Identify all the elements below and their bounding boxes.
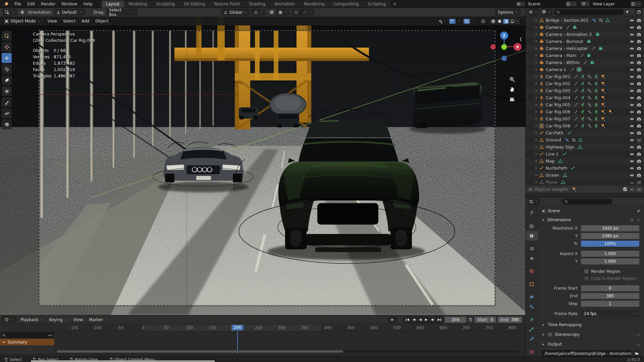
hide-viewport-toggle[interactable]	[630, 32, 634, 37]
outliner-item-camera-animation-3[interactable]: Camera - Animation 3	[526, 31, 644, 38]
show-object-types-dropdown[interactable]	[437, 19, 448, 24]
properties-tab-world[interactable]	[526, 266, 538, 276]
gizmo-z-axis[interactable]: Z	[500, 32, 508, 40]
outliner-item-label[interactable]: Camera-1	[546, 67, 567, 72]
properties-tab-render[interactable]	[526, 221, 538, 231]
disable-render-toggle[interactable]	[637, 131, 641, 135]
expand-icon[interactable]	[534, 89, 538, 93]
disable-render-toggle[interactable]	[637, 117, 641, 121]
stereoscopy-section[interactable]: Stereoscopy	[538, 329, 644, 339]
menu-edit[interactable]: Edit	[24, 0, 38, 8]
summary-channel[interactable]: Summary	[0, 339, 54, 345]
outliner-item-car-rig-008[interactable]: Car Rig.0085	[526, 122, 644, 129]
disable-render-toggle[interactable]	[637, 88, 641, 93]
gizmo-x-axis[interactable]: X	[514, 43, 522, 51]
outliner-item-label[interactable]: Car-Path	[546, 130, 564, 135]
hide-viewport-toggle[interactable]	[630, 131, 634, 135]
new-collection-button[interactable]	[635, 9, 642, 15]
disable-render-toggle[interactable]	[637, 187, 641, 192]
outliner-item-label[interactable]: Car Rig.001	[546, 74, 570, 79]
drag-dropdown[interactable]: Select Box	[107, 9, 138, 15]
disable-render-toggle[interactable]	[637, 96, 641, 100]
view-layer-remove-button[interactable]	[636, 1, 642, 7]
viewport-menu-object[interactable]: Object	[92, 19, 111, 23]
crop-region-checkbox[interactable]	[584, 276, 589, 281]
disable-render-toggle[interactable]	[637, 32, 641, 37]
timeline-horizontal-scrollbar[interactable]	[31, 360, 215, 362]
shading-material-button[interactable]	[503, 19, 509, 24]
view-layer-icon[interactable]	[580, 1, 590, 7]
outliner-item-label[interactable]: Camera - Animation 3	[546, 32, 592, 37]
frame-start-field[interactable]: 0	[581, 285, 639, 291]
outliner-item-label[interactable]: Line-1	[546, 152, 559, 157]
jump-to-start-button[interactable]	[404, 317, 411, 323]
scene-name[interactable]: Scene	[525, 2, 566, 6]
frame-start-field[interactable]: Start0	[475, 317, 496, 323]
move-tool[interactable]	[2, 53, 12, 63]
properties-tab-object[interactable]	[526, 279, 538, 289]
proportional-edit-toggle[interactable]	[292, 9, 301, 15]
jump-to-end-button[interactable]	[436, 317, 442, 323]
timeline-channels-area[interactable]: Summary	[0, 331, 525, 354]
tab-layout[interactable]: Layout	[102, 1, 124, 8]
expand-icon[interactable]	[534, 180, 538, 184]
measure-tool[interactable]	[2, 108, 12, 118]
blender-logo-icon[interactable]	[0, 0, 11, 8]
disable-render-toggle[interactable]	[637, 152, 641, 157]
outliner-item-label[interactable]: Rigacar widgets	[535, 187, 568, 192]
disable-render-toggle[interactable]	[637, 81, 641, 86]
hide-viewport-toggle[interactable]	[630, 124, 634, 128]
outliner-filter-icon[interactable]	[625, 10, 629, 14]
outliner-item-label[interactable]: Camera - Burnout	[546, 39, 583, 44]
viewport-menu-add[interactable]: Add	[78, 19, 92, 23]
properties-tab-object-data[interactable]	[526, 315, 538, 324]
expand-icon[interactable]	[534, 117, 538, 121]
properties-tab-physics[interactable]	[526, 292, 538, 302]
scale-tool[interactable]	[2, 75, 12, 85]
outliner-item-ground[interactable]: Ground	[526, 136, 644, 143]
frame-step-field[interactable]: 1	[581, 301, 639, 307]
aspect-y-field[interactable]: 1.000	[581, 258, 639, 264]
expand-icon[interactable]	[534, 173, 538, 177]
outliner-item-label[interactable]: Car Rig.002	[546, 81, 570, 86]
hide-viewport-toggle[interactable]	[630, 81, 634, 86]
expand-icon[interactable]	[534, 145, 538, 149]
frame-end-field[interactable]: 385	[581, 293, 639, 299]
timeline-search[interactable]	[1, 332, 54, 338]
disable-render-toggle[interactable]	[637, 53, 641, 58]
outliner-item-label[interactable]: Highway Sign	[546, 144, 574, 149]
gizmos-toggle[interactable]	[449, 19, 455, 24]
disable-render-toggle[interactable]	[637, 138, 641, 142]
outliner-item-car-rig-005[interactable]: Car Rig.0055	[526, 101, 644, 108]
outliner-item-label[interactable]: NurbsPath	[546, 166, 567, 171]
outliner-item-camera-1[interactable]: Camera-1	[526, 66, 644, 73]
hide-viewport-toggle[interactable]	[630, 110, 634, 114]
menu-render[interactable]: Render	[38, 0, 58, 8]
expand-icon[interactable]	[534, 40, 538, 43]
timeline-menu-keying[interactable]: Keying	[46, 317, 70, 322]
outliner-item-label[interactable]: Car Rig.006	[546, 109, 570, 114]
resolution-percent-slider[interactable]: 100%	[581, 241, 639, 247]
auto-keying-toggle[interactable]	[388, 316, 396, 323]
properties-tab-output[interactable]	[526, 231, 538, 241]
render-region-checkbox[interactable]	[584, 269, 589, 274]
disable-render-toggle[interactable]	[637, 145, 641, 149]
snap-toggle[interactable]	[267, 9, 276, 15]
tab-modeling[interactable]: Modeling	[124, 1, 152, 8]
pan-tool-icon[interactable]	[509, 86, 515, 92]
scene-icon[interactable]	[516, 1, 525, 7]
zoom-tool-icon[interactable]	[509, 76, 515, 82]
transform-tool[interactable]	[2, 86, 12, 96]
pin-icon[interactable]	[636, 209, 641, 213]
disable-render-toggle[interactable]	[637, 39, 641, 44]
shading-wireframe-button[interactable]	[490, 19, 496, 24]
camera-view-icon[interactable]	[509, 97, 515, 102]
outliner-item-line-1[interactable]: Line-1	[526, 150, 644, 158]
tab-scripting[interactable]: Scripting	[364, 1, 390, 8]
active-tool-dropdown[interactable]	[3, 9, 17, 15]
menu-window[interactable]: Window	[58, 0, 80, 8]
overlays-toggle[interactable]	[464, 19, 470, 24]
tab-shading[interactable]: Shading	[245, 1, 270, 8]
current-frame-field[interactable]: 204	[445, 317, 466, 323]
outliner-item-label[interactable]: Camera	[546, 25, 562, 30]
